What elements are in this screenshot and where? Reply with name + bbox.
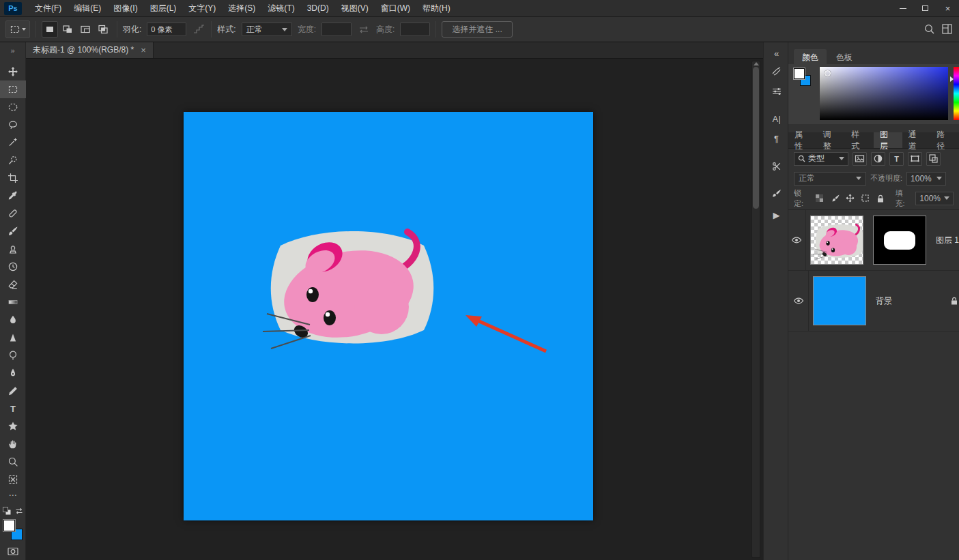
foreground-color-swatch[interactable] [3, 520, 15, 531]
menu-type[interactable]: 文字(Y) [182, 0, 222, 17]
move-tool[interactable] [0, 63, 26, 80]
document-canvas[interactable] [184, 112, 593, 520]
eraser-tool[interactable] [0, 276, 26, 293]
filter-type-select[interactable]: 类型 [794, 152, 848, 166]
crop-tool[interactable] [0, 169, 26, 187]
brush-tool[interactable] [0, 222, 26, 240]
tab-layers[interactable]: 图层 [874, 132, 902, 148]
scissors-panel-icon[interactable] [764, 158, 789, 175]
opacity-select[interactable]: 100% [906, 172, 946, 186]
menu-image[interactable]: 图像(I) [107, 0, 143, 17]
search-icon[interactable] [924, 23, 936, 35]
menu-filter[interactable]: 滤镜(T) [261, 0, 300, 17]
custom-shape-tool[interactable] [0, 417, 26, 435]
type-tool[interactable]: T [0, 400, 26, 417]
layer-name[interactable]: 图层 1 [936, 235, 959, 246]
select-and-mask-button[interactable]: 选择并遮住 ... [442, 21, 512, 38]
layer-row-background[interactable]: 背景 [788, 271, 959, 331]
menu-select[interactable]: 选择(S) [222, 0, 261, 17]
actions-panel-icon[interactable]: ▶ [764, 207, 789, 223]
subtract-from-selection-button[interactable] [77, 21, 94, 38]
visibility-cell[interactable] [788, 210, 806, 270]
toolbar-expand-icon[interactable]: » [0, 44, 25, 57]
layer-mask-thumbnail[interactable] [873, 216, 926, 265]
menu-3d[interactable]: 3D(D) [301, 0, 335, 17]
swap-width-height-icon[interactable] [357, 24, 371, 35]
vertical-scrollbar[interactable] [752, 61, 760, 558]
feather-input[interactable] [147, 23, 186, 36]
history-brush-tool[interactable] [0, 258, 26, 276]
filter-adjustment-button[interactable] [871, 152, 885, 166]
swap-colors-icon[interactable] [14, 506, 24, 516]
intersect-selection-button[interactable] [95, 21, 111, 38]
healing-brush-tool[interactable] [0, 205, 26, 222]
paragraph-panel-icon[interactable]: ¶ [764, 130, 789, 147]
filter-shape-button[interactable] [908, 152, 922, 166]
clone-stamp-tool[interactable] [0, 240, 26, 258]
tab-close-icon[interactable]: × [141, 45, 146, 55]
menu-help[interactable]: 帮助(H) [416, 0, 457, 17]
menu-window[interactable]: 窗口(W) [375, 0, 416, 17]
menu-file[interactable]: 文件(F) [29, 0, 68, 17]
minimize-button[interactable] [891, 0, 914, 17]
lock-artboard-button[interactable] [859, 192, 870, 204]
quick-mask-button[interactable] [0, 544, 26, 558]
blend-mode-select[interactable]: 正常 [794, 172, 866, 186]
hand-tool[interactable] [0, 435, 26, 453]
filter-type-button[interactable]: T [889, 152, 904, 166]
layer-thumbnail[interactable] [810, 216, 863, 265]
character-panel-icon[interactable]: A| [764, 110, 789, 127]
lock-position-button[interactable] [844, 192, 855, 204]
gradient-tool[interactable] [0, 293, 26, 311]
height-input[interactable] [400, 23, 430, 36]
brushes-panel-icon[interactable] [764, 186, 789, 202]
zoom-tool[interactable] [0, 453, 26, 471]
pencil-tool[interactable] [0, 382, 26, 400]
tool-preset-picker[interactable] [5, 20, 30, 38]
maximize-button[interactable] [914, 0, 936, 17]
add-to-selection-button[interactable] [59, 21, 76, 38]
frame-tool[interactable] [0, 471, 26, 488]
eyedropper-tool[interactable] [0, 187, 26, 205]
magic-wand-tool[interactable] [0, 134, 26, 151]
adjustments-panel-icon[interactable] [764, 83, 789, 100]
hue-slider[interactable] [954, 67, 959, 120]
tab-paths[interactable]: 路径 [930, 132, 959, 148]
width-input[interactable] [321, 23, 352, 36]
lock-transparency-button[interactable] [814, 192, 825, 204]
filter-image-button[interactable] [853, 152, 867, 166]
more-tools-icon[interactable]: ⋯ [0, 488, 26, 502]
lock-paint-button[interactable] [829, 192, 840, 204]
tab-color[interactable]: 颜色 [794, 49, 827, 64]
brush-settings-panel-icon[interactable] [764, 63, 789, 79]
filter-smart-object-button[interactable] [926, 152, 941, 166]
layer-row-1[interactable]: 图层 1 [788, 210, 959, 271]
foreground-color-swatch[interactable] [794, 68, 805, 79]
pen-tool[interactable] [0, 364, 26, 382]
color-cursor[interactable] [825, 70, 831, 76]
scroll-up-icon[interactable] [754, 62, 759, 65]
workspace-switcher-icon[interactable] [941, 23, 954, 35]
menu-view[interactable]: 视图(V) [335, 0, 375, 17]
rectangular-marquee-tool[interactable] [0, 80, 26, 98]
tab-channels[interactable]: 通道 [902, 132, 931, 148]
saturation-brightness-field[interactable] [820, 67, 948, 120]
layer-thumbnail[interactable] [813, 276, 866, 325]
elliptical-marquee-tool[interactable] [0, 98, 26, 116]
tab-adjustments[interactable]: 调整 [817, 132, 846, 148]
menu-edit[interactable]: 编辑(E) [68, 0, 107, 17]
blur-tool[interactable] [0, 311, 26, 329]
tab-styles[interactable]: 样式 [845, 132, 874, 148]
menu-layer[interactable]: 图层(L) [144, 0, 183, 17]
new-selection-button[interactable] [42, 21, 58, 38]
tab-swatches[interactable]: 色板 [828, 49, 861, 64]
style-select[interactable]: 正常 [242, 23, 292, 36]
scrollbar-thumb[interactable] [753, 67, 759, 209]
layer-name[interactable]: 背景 [876, 295, 892, 307]
lock-all-button[interactable] [874, 192, 885, 204]
quick-selection-tool[interactable] [0, 151, 26, 169]
fill-select[interactable]: 100% [915, 192, 954, 205]
visibility-cell[interactable] [788, 271, 809, 331]
lasso-tool[interactable] [0, 116, 26, 134]
pasteboard[interactable] [26, 59, 763, 560]
